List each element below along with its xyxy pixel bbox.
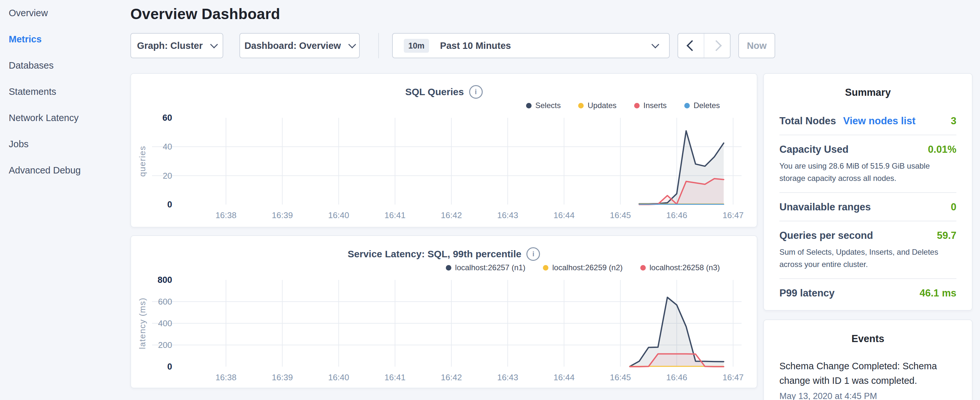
x-axis-tick: 16:38	[215, 210, 237, 220]
x-axis-tick: 16:39	[272, 210, 293, 220]
summary-row-unavailable-ranges: Unavailable ranges 0	[780, 193, 956, 222]
summary-row-p99-latency: P99 latency 46.1 ms	[780, 279, 956, 307]
x-axis-tick: 16:40	[328, 373, 349, 382]
now-button[interactable]: Now	[738, 33, 775, 58]
toolbar: Graph: Cluster Dashboard: Overview 10m P…	[130, 33, 980, 58]
x-axis-tick: 16:41	[384, 210, 406, 220]
app-root: Overview Metrics Databases Statements Ne…	[0, 0, 980, 400]
events-panel: Events Schema Change Completed: Schema c…	[763, 319, 972, 400]
info-icon[interactable]: i	[527, 247, 540, 261]
main-content: Overview Dashboard Graph: Cluster Dashbo…	[130, 0, 980, 400]
previous-time-window-button[interactable]	[678, 33, 704, 57]
capacity-used-subtext: You are using 28.6 MiB of 515.9 GiB usab…	[780, 160, 956, 185]
x-axis-tick: 16:40	[328, 210, 349, 220]
chevron-down-icon	[651, 40, 659, 48]
summary-row-queries-per-second: Queries per second 59.7 Sum of Selects, …	[780, 222, 956, 279]
info-icon[interactable]: i	[469, 85, 483, 99]
legend-item[interactable]: Inserts	[634, 101, 667, 110]
graph-scope-dropdown[interactable]: Graph: Cluster	[130, 33, 223, 58]
legend-item[interactable]: Deletes	[684, 101, 720, 110]
x-axis-tick: 16:44	[554, 210, 574, 220]
y-axis-tick: 20	[163, 171, 172, 180]
sql-queries-card: SQL Queries i Selects Updates Inserts De…	[130, 73, 757, 228]
sidebar-item-statements[interactable]: Statements	[9, 79, 130, 105]
x-axis-tick: 16:43	[497, 373, 518, 382]
charts-column: SQL Queries i Selects Updates Inserts De…	[130, 73, 757, 400]
event-timestamp: May 13, 2020 at 4:45 PM	[780, 391, 956, 400]
summary-row-total-nodes: Total Nodes View nodes list 3	[780, 98, 956, 135]
y-axis-label: queries	[137, 146, 147, 177]
legend-item[interactable]: Selects	[526, 101, 561, 110]
toolbar-divider	[378, 33, 379, 58]
service-latency-card: Service Latency: SQL, 99th percentile i …	[130, 235, 757, 388]
chevron-down-icon	[348, 40, 356, 48]
y-axis-label: latency (ms)	[137, 297, 147, 349]
next-time-window-button[interactable]	[704, 33, 730, 57]
series-dot	[543, 265, 549, 271]
y-axis-tick: 0	[167, 362, 172, 371]
summary-title: Summary	[780, 87, 956, 98]
view-nodes-list-link[interactable]: View nodes list	[843, 115, 915, 127]
legend-item[interactable]: localhost:26259 (n2)	[543, 263, 622, 272]
x-axis-tick: 16:42	[441, 373, 462, 382]
chart-title: SQL Queries	[405, 86, 464, 97]
capacity-used-value: 0.01%	[928, 144, 956, 155]
y-axis-tick: 200	[158, 340, 172, 350]
queries-per-second-subtext: Sum of Selects, Updates, Inserts, and De…	[780, 246, 956, 271]
dashboard-content: SQL Queries i Selects Updates Inserts De…	[130, 73, 980, 400]
y-axis-tick: 60	[162, 113, 172, 123]
sidebar-item-databases[interactable]: Databases	[9, 53, 130, 79]
y-axis-tick: 0	[167, 200, 172, 209]
sql-queries-chart[interactable]: 16:3816:3916:4016:4116:4216:4316:4416:45…	[131, 112, 757, 223]
chart-header: Service Latency: SQL, 99th percentile i	[131, 247, 757, 261]
chevron-right-icon	[711, 40, 722, 51]
y-axis-tick: 40	[163, 142, 172, 151]
series-dot	[526, 103, 531, 108]
series-dot	[684, 103, 690, 108]
sidebar-item-jobs[interactable]: Jobs	[9, 131, 130, 157]
unavailable-ranges-value: 0	[951, 201, 956, 213]
chevron-down-icon	[210, 40, 218, 48]
time-range-badge: 10m	[404, 39, 429, 53]
sidebar-item-metrics[interactable]: Metrics	[9, 26, 130, 53]
sidebar-item-advanced-debug[interactable]: Advanced Debug	[9, 157, 130, 183]
legend-item[interactable]: localhost:26257 (n1)	[446, 263, 525, 272]
legend-item[interactable]: localhost:26258 (n3)	[640, 263, 720, 272]
time-range-dropdown[interactable]: 10m Past 10 Minutes	[392, 33, 670, 58]
x-axis-tick: 16:43	[497, 210, 518, 220]
chart-title: Service Latency: SQL, 99th percentile	[348, 249, 522, 260]
events-title: Events	[780, 333, 956, 345]
y-axis-tick: 600	[158, 297, 172, 306]
x-axis-tick: 16:45	[610, 373, 631, 382]
y-axis-tick: 800	[158, 275, 172, 285]
queries-per-second-value: 59.7	[937, 230, 956, 241]
x-axis-tick: 16:47	[722, 210, 743, 220]
chevron-left-icon	[687, 40, 698, 51]
page-title: Overview Dashboard	[130, 5, 980, 23]
x-axis-tick: 16:41	[384, 373, 406, 382]
x-axis-tick: 16:46	[666, 373, 687, 382]
x-axis-tick: 16:44	[554, 373, 574, 382]
series-dot	[634, 103, 640, 108]
sidebar-item-network-latency[interactable]: Network Latency	[9, 105, 130, 131]
chart-header: SQL Queries i	[131, 85, 757, 98]
x-axis-tick: 16:45	[610, 210, 631, 220]
right-rail: Summary Total Nodes View nodes list 3 Ca…	[763, 73, 972, 400]
sidebar-item-overview[interactable]: Overview	[9, 0, 130, 26]
x-axis-tick: 16:42	[441, 210, 462, 220]
series-dot	[578, 103, 584, 108]
y-axis-tick: 400	[158, 319, 172, 328]
x-axis-tick: 16:38	[215, 373, 237, 382]
service-latency-chart[interactable]: 16:3816:3916:4016:4116:4216:4316:4416:45…	[131, 274, 757, 385]
x-axis-tick: 16:46	[666, 210, 687, 220]
chart-legend: localhost:26257 (n1) localhost:26259 (n2…	[131, 263, 757, 273]
legend-item[interactable]: Updates	[578, 101, 616, 110]
summary-row-capacity-used: Capacity Used 0.01% You are using 28.6 M…	[780, 135, 956, 193]
dashboard-dropdown[interactable]: Dashboard: Overview	[239, 33, 360, 58]
series-dot	[446, 265, 451, 271]
total-nodes-value: 3	[951, 115, 956, 127]
event-message[interactable]: Schema Change Completed: Schema change w…	[780, 359, 944, 388]
time-step-buttons	[678, 33, 730, 58]
p99-latency-value: 46.1 ms	[920, 287, 956, 299]
x-axis-tick: 16:39	[272, 373, 293, 382]
